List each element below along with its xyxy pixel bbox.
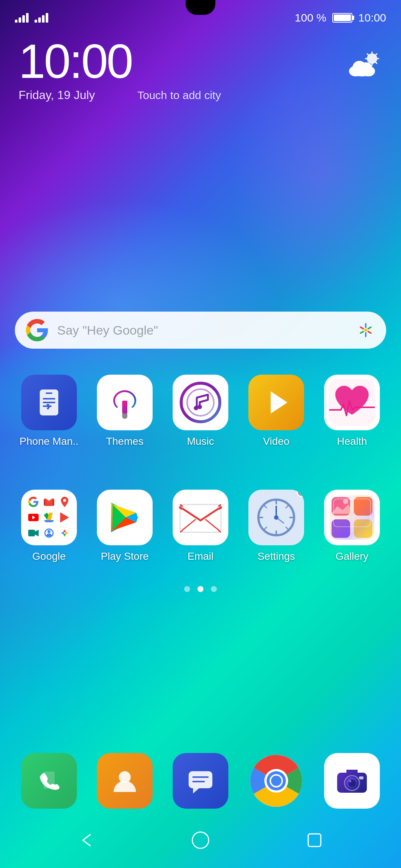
playstore-label: Play Store: [101, 550, 149, 562]
phone-icon: [21, 753, 77, 809]
page-dot-2[interactable]: [198, 586, 203, 592]
app-video[interactable]: Video: [245, 375, 308, 447]
battery-icon: [332, 13, 352, 23]
svg-rect-22: [122, 401, 127, 414]
status-time: 10:00: [358, 11, 386, 24]
touch-city[interactable]: Touch to add city: [137, 89, 221, 102]
dock-messages[interactable]: [169, 753, 232, 809]
app-google-folder[interactable]: Google: [17, 490, 81, 562]
settings-icon: [248, 490, 304, 545]
music-icon: [173, 375, 228, 430]
dock-contacts[interactable]: [93, 753, 156, 809]
battery-fill: [334, 14, 351, 21]
gallery-label: Gallery: [336, 550, 369, 562]
video-label: Video: [263, 435, 289, 447]
dock-chrome[interactable]: [245, 753, 308, 809]
dock: [0, 753, 401, 809]
dock-phone[interactable]: [17, 753, 81, 809]
app-health[interactable]: Health: [320, 375, 384, 447]
search-placeholder: Say "Hey Google": [57, 323, 348, 338]
svg-line-6: [375, 62, 377, 63]
status-right: 100 % 10:00: [295, 11, 386, 24]
svg-point-12: [360, 62, 372, 73]
app-row-1: Phone Man..: [0, 375, 401, 447]
chrome-icon: [248, 753, 304, 809]
video-icon: [248, 375, 304, 430]
google-folder-label: Google: [32, 550, 66, 562]
svg-point-18: [364, 329, 367, 332]
weather-icon: [349, 48, 382, 82]
google-logo: [26, 319, 48, 341]
svg-rect-69: [330, 495, 374, 540]
settings-label: Settings: [257, 550, 295, 562]
phone-manager-label: Phone Man..: [20, 435, 79, 447]
messages-icon: [173, 753, 228, 809]
battery-percent: 100 %: [295, 11, 326, 24]
svg-rect-85: [359, 776, 363, 779]
svg-point-33: [63, 499, 66, 502]
app-row-2: Google: [0, 490, 401, 562]
app-themes[interactable]: Themes: [93, 375, 156, 447]
health-icon: [324, 375, 380, 430]
clock-area[interactable]: 10:00 Friday, 19 July: [19, 37, 132, 102]
music-label: Music: [187, 435, 214, 447]
signal-1: [15, 13, 29, 23]
svg-rect-31: [44, 499, 45, 505]
svg-rect-32: [53, 499, 54, 505]
search-bar[interactable]: Say "Hey Google": [15, 312, 386, 349]
app-settings[interactable]: Settings: [245, 490, 308, 562]
camera-icon: [324, 753, 380, 809]
page-dots: [0, 586, 401, 592]
svg-point-84: [349, 780, 351, 782]
svg-rect-46: [182, 506, 219, 530]
gallery-icon: [324, 490, 380, 545]
status-left: [15, 13, 48, 23]
svg-line-7: [375, 54, 377, 55]
svg-point-61: [274, 515, 278, 520]
app-playstore[interactable]: Play Store: [93, 490, 156, 562]
clock-date: Friday, 19 July: [19, 88, 132, 102]
notch: [186, 0, 215, 15]
weather-widget[interactable]: [349, 48, 382, 82]
page-dot-1[interactable]: [184, 586, 190, 592]
google-folder-icon: [21, 490, 77, 545]
nav-home-button[interactable]: [191, 831, 210, 849]
themes-icon: [97, 375, 153, 430]
svg-point-86: [192, 832, 209, 848]
playstore-icon: [97, 490, 153, 545]
dock-camera[interactable]: [320, 753, 384, 809]
themes-label: Themes: [106, 435, 143, 447]
app-email[interactable]: Email: [169, 490, 232, 562]
google-assistant-icon: [356, 321, 375, 339]
svg-point-79: [271, 776, 281, 786]
clock-time: 10:00: [19, 37, 132, 85]
svg-rect-35: [28, 530, 35, 536]
nav-recent-button[interactable]: [305, 831, 324, 849]
svg-point-27: [198, 405, 202, 409]
svg-rect-87: [308, 834, 321, 846]
page-dot-3[interactable]: [211, 586, 217, 592]
svg-rect-72: [189, 771, 212, 788]
app-phone-manager[interactable]: Phone Man..: [17, 375, 81, 447]
nav-back-button[interactable]: [77, 831, 96, 849]
contacts-icon: [97, 753, 153, 809]
signal-2: [35, 13, 48, 23]
svg-line-5: [367, 54, 369, 55]
nav-bar: [0, 812, 401, 868]
battery-icon-container: [332, 13, 352, 23]
email-icon: [173, 490, 228, 545]
health-label: Health: [337, 435, 367, 447]
email-label: Email: [188, 550, 213, 562]
phone-manager-icon: [21, 375, 77, 430]
app-music[interactable]: Music: [169, 375, 232, 447]
app-gallery[interactable]: Gallery: [320, 490, 384, 562]
svg-point-37: [48, 530, 50, 533]
